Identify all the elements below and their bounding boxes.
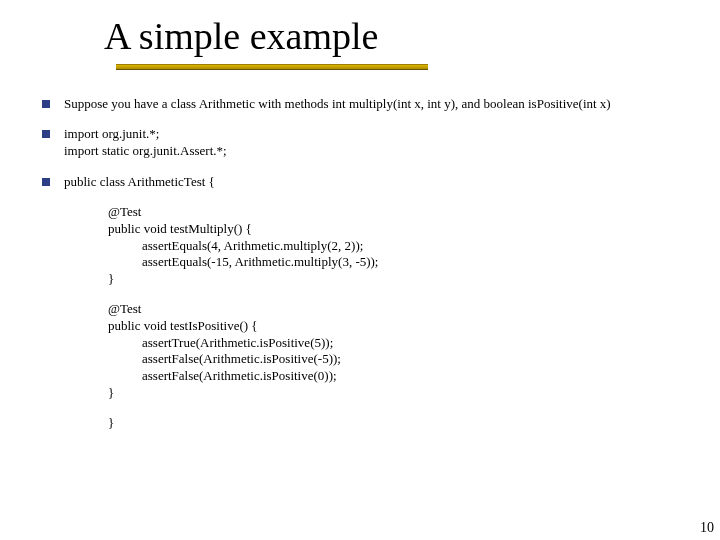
code-line: assertEquals(-15, Arithmetic.multiply(3,… <box>142 254 690 271</box>
text-frag: and <box>458 96 483 111</box>
text-frag: Suppose you have a class <box>64 96 199 111</box>
code-line: assertEquals(4, Arithmetic.multiply(2, 2… <box>142 238 690 255</box>
bullet-1-text: Suppose you have a class Arithmetic with… <box>64 96 690 113</box>
square-bullet-icon <box>42 178 50 186</box>
code-block-2: @Test public void testIsPositive() { ass… <box>108 301 690 401</box>
code-line: import org.junit.*; <box>64 126 690 143</box>
code-block-1: @Test public void testMultiply() { asser… <box>108 204 690 287</box>
code-line: import static org.junit.Assert.*; <box>64 143 690 160</box>
bullet-row-1: Suppose you have a class Arithmetic with… <box>42 96 690 113</box>
code-line: } <box>108 271 690 288</box>
code-line: assertFalse(Arithmetic.isPositive(0)); <box>142 368 690 385</box>
code-line: assertFalse(Arithmetic.isPositive(-5)); <box>142 351 690 368</box>
code-line: @Test <box>108 301 690 318</box>
code-line: public void testIsPositive() { <box>108 318 690 335</box>
code-close-brace: } <box>108 415 690 432</box>
title-area: A simple example <box>0 0 720 70</box>
bullet-2-text: import org.junit.*; import static org.ju… <box>64 126 690 159</box>
bullet-3-text: public class ArithmeticTest { <box>64 174 690 191</box>
code-line: @Test <box>108 204 690 221</box>
slide-title: A simple example <box>104 16 720 58</box>
square-bullet-icon <box>42 100 50 108</box>
bullet-row-3: public class ArithmeticTest { <box>42 174 690 191</box>
code-line: } <box>108 385 690 402</box>
code-line: public void testMultiply() { <box>108 221 690 238</box>
code-frag: boolean isPositive(int x) <box>484 96 611 111</box>
square-bullet-icon <box>42 130 50 138</box>
page-number: 10 <box>700 520 714 536</box>
text-frag: with methods <box>255 96 332 111</box>
code-line: assertTrue(Arithmetic.isPositive(5)); <box>142 335 690 352</box>
slide-content: Suppose you have a class Arithmetic with… <box>0 70 720 432</box>
code-frag: int multiply(int x, int y), <box>332 96 458 111</box>
bullet-row-2: import org.junit.*; import static org.ju… <box>42 126 690 159</box>
code-frag: Arithmetic <box>199 96 255 111</box>
